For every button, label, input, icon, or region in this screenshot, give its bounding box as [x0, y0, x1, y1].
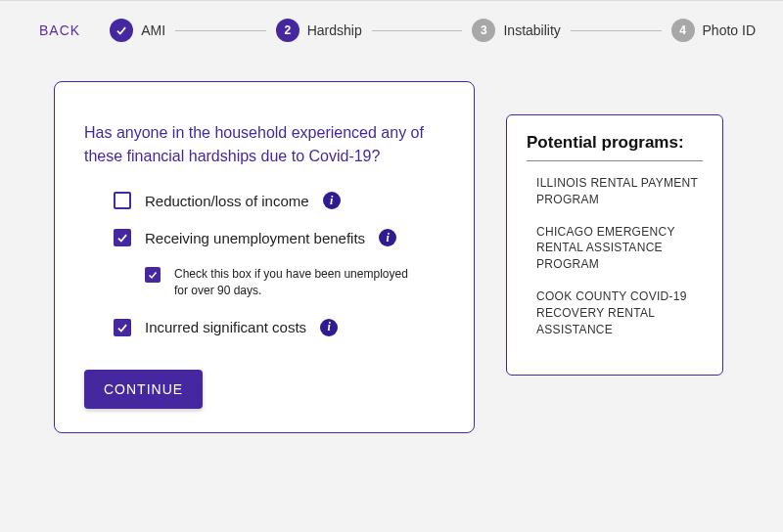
sub-option-label: Check this box if you have been unemploy… — [174, 266, 409, 299]
sub-option-over-90-days: Check this box if you have been unemploy… — [145, 266, 444, 299]
back-button[interactable]: BACK — [39, 22, 80, 38]
program-item: ILLINOIS RENTAL PAYMENT PROGRAM — [536, 175, 703, 208]
info-icon[interactable]: i — [379, 229, 396, 246]
checkbox-over-90-days[interactable] — [145, 267, 161, 283]
info-icon[interactable]: i — [323, 192, 341, 209]
option-label: Reduction/loss of income — [145, 193, 309, 209]
step-label: AMI — [141, 22, 165, 38]
checkbox-incurred-costs[interactable] — [114, 319, 131, 336]
program-item: COOK COUNTY COVID-19 RECOVERY RENTAL ASS… — [536, 288, 703, 337]
potential-programs-panel: Potential programs: ILLINOIS RENTAL PAYM… — [506, 114, 723, 376]
sidebar-title: Potential programs: — [527, 133, 703, 161]
step-connector — [175, 30, 266, 31]
step-label: Hardship — [307, 22, 362, 38]
hardship-card: Has anyone in the household experienced … — [54, 81, 475, 433]
option-label: Incurred significant costs — [145, 319, 306, 335]
step-number-icon: 3 — [472, 19, 495, 42]
step-ami[interactable]: AMI — [110, 19, 165, 42]
step-instability[interactable]: 3 Instability — [472, 19, 560, 42]
step-connector — [372, 30, 463, 31]
step-number-icon: 4 — [671, 19, 695, 42]
continue-button[interactable]: CONTINUE — [84, 370, 203, 409]
question-text: Has anyone in the household experienced … — [84, 121, 444, 168]
option-reduction-loss-income: Reduction/loss of income i — [114, 192, 444, 209]
option-incurred-costs: Incurred significant costs i — [114, 319, 444, 336]
header: BACK AMI 2 Hardship 3 Instability 4 Phot… — [0, 19, 783, 42]
program-item: CHICAGO EMERGENCY RENTAL ASSISTANCE PROG… — [536, 224, 703, 273]
check-icon — [110, 19, 133, 42]
step-connector — [571, 30, 662, 31]
checkbox-unemployment[interactable] — [114, 229, 131, 246]
content: Has anyone in the household experienced … — [0, 42, 783, 433]
step-label: Photo ID — [703, 22, 756, 38]
step-label: Instability — [503, 22, 560, 38]
step-hardship[interactable]: 2 Hardship — [276, 19, 362, 42]
step-number-icon: 2 — [276, 19, 299, 42]
step-photo-id[interactable]: 4 Photo ID — [671, 19, 756, 42]
info-icon[interactable]: i — [320, 319, 338, 336]
stepper: AMI 2 Hardship 3 Instability 4 Photo ID — [110, 19, 756, 42]
option-label: Receiving unemployment benefits — [145, 230, 365, 246]
top-divider — [0, 0, 783, 1]
option-unemployment-benefits: Receiving unemployment benefits i — [114, 229, 444, 246]
checkbox-reduction-loss[interactable] — [114, 192, 131, 209]
program-list: ILLINOIS RENTAL PAYMENT PROGRAM CHICAGO … — [527, 175, 703, 337]
